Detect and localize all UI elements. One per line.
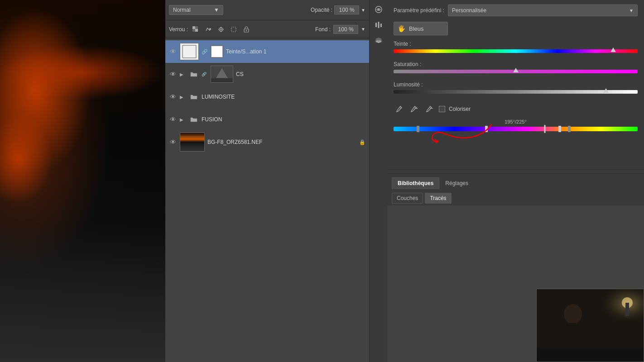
svg-rect-8 [180,43,198,60]
svg-point-4 [209,28,211,30]
layer-name: Teinte/S...ation 1 [226,48,365,55]
lock-artboard-icon[interactable] [229,24,239,34]
luminosite-slider-thumb[interactable] [603,88,609,93]
svg-rect-28 [537,348,644,362]
svg-point-7 [246,30,247,31]
coloriser-label: Coloriser [449,106,471,112]
bottom-tabs: Bibliothèques Réglages [387,173,644,191]
teinte-slider-thumb[interactable] [610,48,616,52]
layer-luminosite[interactable]: 👁 ▶ LUMINOSITE [165,86,369,108]
eyedropper-plus-icon[interactable]: + [409,104,420,114]
layer-bg[interactable]: 👁 BG-F8_ORZ6581.NEF 🔒 [165,131,369,153]
tab-bibliotheques[interactable]: Bibliothèques [392,177,439,189]
eyedropper-minus-icon[interactable]: − [424,104,435,114]
svg-marker-19 [435,139,439,143]
layer-hue-saturation[interactable]: 👁 🔗 Teinte/S...ation 1 [165,40,369,63]
blend-mode-toolbar: Normal ▼ Opacité : 100 % ▼ [165,0,369,20]
subtab-couches[interactable]: Couches [392,193,423,204]
folder-icon [189,114,199,124]
webcam-overlay [536,289,644,362]
visibility-icon[interactable]: 👁 [169,138,177,146]
svg-rect-25 [580,325,589,348]
expand-icon[interactable]: ▶ [180,72,186,77]
mask-thumbnail [211,45,223,58]
preset-dropdown[interactable]: Personnalisée ▼ [448,5,638,16]
teinte-slider-track[interactable] [394,49,638,53]
blend-mode-dropdown[interactable]: Normal ▼ [169,5,223,15]
lock-brush-icon[interactable] [203,24,213,34]
hand-icon: 🖐 [398,25,405,32]
photo-background [0,0,165,362]
luminosite-label: Luminosité : [394,81,638,88]
lock-all-icon[interactable] [241,24,251,34]
subtab-traces[interactable]: Tracés [425,193,451,204]
expand-icon[interactable]: ▶ [180,95,186,100]
webcam-svg [537,289,644,362]
floor-lines [0,226,165,362]
range-value: 195°/225° [394,119,638,124]
saturation-section: Saturation : [394,61,638,77]
layer-name: LUMINOSITE [202,94,365,100]
svg-rect-5 [231,27,236,32]
webcam-content [537,289,644,362]
layers-icon[interactable] [372,33,385,47]
range-handle-right2[interactable] [568,126,571,132]
range-handle-left2[interactable] [485,126,488,132]
layers-panel: Normal ▼ Opacité : 100 % ▼ Verrou : [165,0,369,362]
layer-fusion[interactable]: 👁 ▶ FUSION [165,108,369,131]
saturation-slider-thumb[interactable] [513,68,519,72]
saturation-slider-track[interactable] [394,70,638,73]
layer-cs[interactable]: 👁 ▶ 🔗 CS [165,63,369,86]
svg-text:−: − [431,106,433,110]
svg-rect-9 [183,45,196,58]
luminosite-slider-track[interactable] [394,90,638,94]
range-handle-cursor[interactable] [544,125,546,133]
channel-dropdown[interactable]: 🖐 Bleus [394,22,448,35]
svg-point-13 [378,9,380,10]
range-handle-left1[interactable] [417,126,419,132]
side-icons-bar [369,0,387,362]
luminosite-section: Luminosité : [394,81,638,97]
luminosite-slider-container [394,90,638,97]
visibility-icon[interactable]: 👁 [169,93,177,101]
main-right-panel: Paramètre prédéfini : Personnalisée ▼ 🖐 … [387,0,644,362]
svg-rect-16 [380,24,382,27]
svg-rect-3 [195,29,198,32]
svg-rect-14 [375,23,377,27]
svg-point-22 [564,304,582,324]
layers-list: 👁 🔗 Teinte/S...ation 1 👁 ▶ 🔗 [165,38,369,362]
chain-icon: 🔗 [202,72,208,76]
teinte-slider-container [394,49,638,57]
layer-name: FUSION [202,116,365,123]
layer-thumbnail [180,43,199,60]
chain-icon: 🔗 [202,49,208,55]
fill-value[interactable]: 100 % [333,25,358,34]
visibility-icon[interactable]: 👁 [169,48,177,56]
range-handle-right1[interactable] [558,126,561,132]
svg-rect-2 [192,29,195,32]
svg-text:+: + [416,106,418,110]
tab-reglages[interactable]: Réglages [439,177,474,189]
saturation-slider-container [394,70,638,77]
layer-name: CS [236,71,365,77]
svg-rect-24 [555,325,564,348]
eyedropper-icon[interactable] [394,104,404,114]
visibility-icon[interactable]: 👁 [169,115,177,124]
color-range-track[interactable] [394,127,638,131]
lock-fill-toolbar: Verrou : [165,20,369,38]
expand-icon[interactable]: ▶ [180,117,186,122]
lock-icon: 🔒 [359,139,365,145]
properties-icon[interactable] [372,3,385,16]
adjustments-icon[interactable] [372,18,385,32]
lock-checkered-icon[interactable] [191,24,201,34]
teinte-section: Teinte : [394,41,638,57]
coloriser-checkbox[interactable] [439,106,445,112]
folder-icon [189,92,199,102]
preset-row: Paramètre prédéfini : Personnalisée ▼ [394,5,638,16]
visibility-icon[interactable]: 👁 [169,70,177,78]
coloriser-row: + − Coloriser [394,104,638,114]
lock-move-icon[interactable] [216,24,226,34]
opacity-value[interactable]: 100 % [334,5,359,14]
folder-icon [189,69,199,79]
svg-rect-15 [378,22,379,28]
